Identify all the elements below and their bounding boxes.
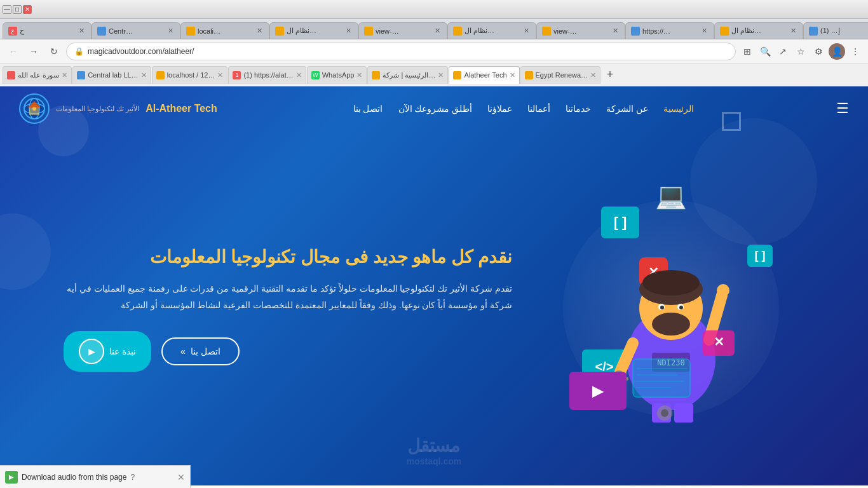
btab-home[interactable]: الرئيسية | شركة… ✕ [367,66,448,84]
second-tab-row: سورة عله الله ✕ Central lab LL… ✕ localh… [0,64,868,86]
address-field[interactable]: 🔒 magicadvoutdoor.com/alatheer/ [66,43,736,60]
logo-name: Al-Atheer Tech [146,103,217,114]
translate-icon[interactable]: ⊞ [740,44,755,59]
svg-point-11 [642,270,700,295]
btab-alat[interactable]: 1 (1) https://alat… ✕ [228,66,306,84]
nav-item-services[interactable]: خدماتنا [566,103,591,114]
back-button[interactable]: ← [5,43,22,60]
close-button[interactable]: ✕ [23,5,32,14]
tab-nezam3[interactable]: نظام ال… ✕ [714,22,803,39]
nav-item-contact[interactable]: اتصل بنا [353,103,383,114]
nav-item-home[interactable]: الرئيسية [663,103,694,114]
btab-egypt[interactable]: Egypt Renewa… ✕ [520,66,601,84]
nav-item-clients[interactable]: عملاؤنا [487,103,512,114]
btab-close[interactable]: ✕ [217,71,223,79]
nav-link-about[interactable]: عن الشركة [606,104,648,114]
about-button[interactable]: نبذة عنا ▶ [64,331,151,372]
tab-nezam1[interactable]: نظام ال… ✕ [269,22,358,39]
audio-play-button[interactable]: ▶ [5,471,18,484]
audio-question[interactable]: ? [130,473,135,482]
hamburger-menu[interactable]: ☰ [836,100,849,117]
nav-link-clients[interactable]: عملاؤنا [487,104,512,114]
video-thumbnail: ▶ [569,372,627,410]
btab-close[interactable]: ✕ [296,71,302,79]
tab-close[interactable]: ✕ [344,27,353,36]
nav-link-contact[interactable]: اتصل بنا [353,104,383,114]
svg-point-16 [679,306,683,309]
tab-close[interactable]: ✕ [433,27,442,36]
btab-soura[interactable]: سورة عله الله ✕ [3,66,72,84]
audio-close-button[interactable]: ✕ [177,472,185,482]
nav-item-launch[interactable]: أطلق مشروعك الآن [398,103,473,114]
forward-button[interactable]: → [25,43,42,60]
tab-label: https://… [642,27,670,35]
tab-https[interactable]: https://… ✕ [625,22,714,39]
bookmark-icon[interactable]: ☆ [793,44,808,59]
tab-label: view-… [376,27,399,35]
btab-close[interactable]: ✕ [438,71,444,79]
menu-icon[interactable]: ⋮ [848,44,863,59]
btab-label: سورة عله الله [18,71,59,79]
svg-rect-23 [674,403,693,423]
extensions-icon[interactable]: ⚙ [811,44,826,59]
tab-view1[interactable]: view-… ✕ [358,22,447,39]
tab-close[interactable]: ✕ [255,27,264,36]
hero-buttons: اتصل بنا » نبذة عنا ▶ [64,331,512,372]
tab-favicon-2: W [311,71,320,79]
share-icon[interactable]: ↗ [775,44,790,59]
tab-favicon: خ [8,27,17,36]
reload-button[interactable]: ↻ [46,43,62,60]
btab-close[interactable]: ✕ [141,71,147,79]
btab-label: Egypt Renewa… [536,71,588,79]
btab-label: Central lab LL… [88,71,139,79]
btab-close[interactable]: ✕ [356,71,362,79]
nav-link-services[interactable]: خدماتنا [566,104,591,114]
tab-nezam2[interactable]: نظام ال… ✕ [447,22,536,39]
tab-favicon-2 [372,71,380,79]
btab-close[interactable]: ✕ [62,71,67,79]
tab-favicon [364,27,373,36]
tab-close[interactable]: ✕ [77,27,86,36]
tab-notif[interactable]: إ… (1) ✕ [803,22,868,39]
contact-button[interactable]: اتصل بنا » [161,337,240,365]
tab-locali[interactable]: locali… ✕ [180,22,269,39]
btab-close[interactable]: ✕ [590,71,596,79]
zoom-icon[interactable]: 🔍 [757,44,773,59]
tab-favicon [542,27,551,36]
nav-link-launch[interactable]: أطلق مشروعك الآن [398,104,473,114]
os-window-controls[interactable]: — □ ✕ [3,5,32,14]
address-bar-row: ← → ↻ 🔒 magicadvoutdoor.com/alatheer/ ⊞ … [0,39,868,64]
tab-label: إ… (1) [820,27,840,35]
btab-central[interactable]: Central lab LL… ✕ [72,66,151,84]
tab-close[interactable]: ✕ [611,27,620,36]
nav-link-home[interactable]: الرئيسية [663,104,694,114]
tab-view2[interactable]: view-… ✕ [536,22,625,39]
btab-label: Alatheer Tech [464,71,506,79]
nav-links: الرئيسية عن الشركة خدماتنا أعمالنا عملاؤ… [217,103,830,114]
tab-centr[interactable]: Centr… ✕ [92,22,180,39]
tab-close[interactable]: ✕ [166,27,175,36]
tab-kh[interactable]: خ خ ✕ [3,22,92,39]
nav-item-works[interactable]: أعمالنا [527,103,550,114]
btab-alatheer[interactable]: Alatheer Tech ✕ [449,66,519,84]
play-icon[interactable]: ▶ [79,339,104,364]
btab-localhost[interactable]: localhost / 12… ✕ [152,66,228,84]
tab-favicon-2 [156,71,165,79]
maximize-button[interactable]: □ [13,5,22,14]
svg-text:✕: ✕ [714,335,724,349]
tab-favicon [275,27,284,36]
svg-point-32 [661,409,668,417]
btab-whatsapp[interactable]: W WhatsApp ✕ [307,66,367,84]
minimize-button[interactable]: — [3,5,11,14]
tab-close[interactable]: ✕ [789,27,797,36]
profile-icon[interactable]: 👤 [829,43,845,60]
nav-item-about[interactable]: عن الشركة [606,103,648,114]
new-tab-button-2[interactable]: + [601,66,619,84]
nav-link-works[interactable]: أعمالنا [527,104,550,114]
logo-text-block: Al-Atheer Tech الأثير تك لتكنولوجيا المع… [56,103,217,114]
toolbar-icons: ⊞ 🔍 ↗ ☆ ⚙ 👤 ⋮ [740,43,863,60]
tab-favicon-2: 1 [233,71,241,79]
tab-close[interactable]: ✕ [700,27,709,36]
btab-close[interactable]: ✕ [510,71,515,79]
tab-close[interactable]: ✕ [522,27,531,36]
